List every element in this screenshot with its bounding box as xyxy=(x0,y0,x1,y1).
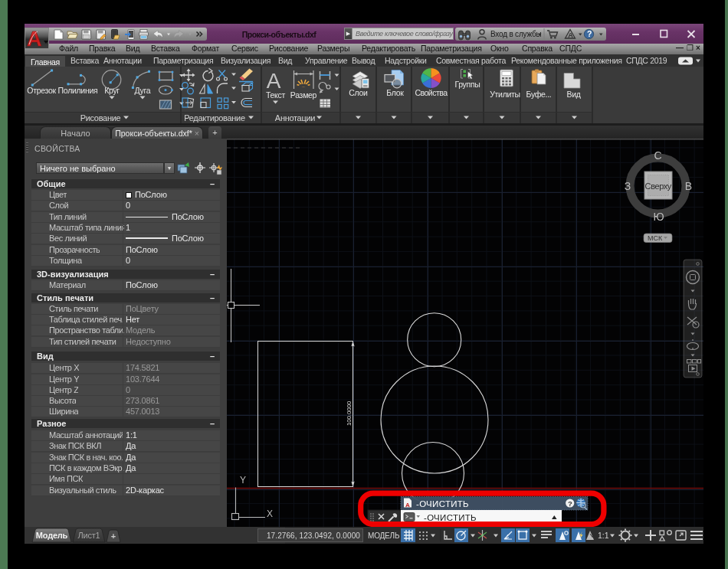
svg-text:С: С xyxy=(654,149,661,162)
svg-text:?: ? xyxy=(587,29,592,38)
svg-text:Дуга: Дуга xyxy=(135,86,151,95)
svg-text:Вид: Вид xyxy=(566,90,580,99)
svg-text:Круг: Круг xyxy=(104,86,120,95)
svg-text:Текст: Текст xyxy=(266,90,285,100)
svg-text:Группы: Группы xyxy=(454,80,480,89)
svg-text:Буфе...: Буфе... xyxy=(526,90,552,99)
svg-text:Слои: Слои xyxy=(349,88,368,97)
svg-text:Отрезок: Отрезок xyxy=(27,86,56,95)
svg-text:З: З xyxy=(625,180,631,192)
svg-text:A: A xyxy=(405,502,410,509)
svg-text:Аннотации: Аннотации xyxy=(275,113,315,123)
svg-text:Утилиты: Утилиты xyxy=(490,90,520,99)
svg-text:МСК: МСК xyxy=(648,234,663,242)
svg-text:+: + xyxy=(111,531,116,541)
svg-text:В: В xyxy=(685,180,692,192)
svg-text:X: X xyxy=(267,509,273,519)
svg-text:Рисование: Рисование xyxy=(80,113,121,123)
svg-text:Модель: Модель xyxy=(36,531,68,540)
svg-text:Размер: Размер xyxy=(290,90,317,100)
svg-text:Редактирование: Редактирование xyxy=(184,113,245,123)
svg-text:МОДЕЛЬ: МОДЕЛЬ xyxy=(368,531,400,540)
svg-text:A: A xyxy=(568,31,573,39)
svg-text:Y: Y xyxy=(240,475,246,486)
svg-text:Ю: Ю xyxy=(653,211,664,223)
svg-text:Свойства: Свойства xyxy=(415,88,448,97)
svg-text:?: ? xyxy=(568,499,572,508)
svg-text:17.2766, 123.0492, 0.0000: 17.2766, 123.0492, 0.0000 xyxy=(267,531,360,540)
svg-text:100.0000: 100.0000 xyxy=(346,401,353,426)
svg-text:1:1: 1:1 xyxy=(598,531,609,540)
svg-text:Вход в службы: Вход в службы xyxy=(490,30,542,38)
svg-text:Сверху: Сверху xyxy=(645,181,672,191)
svg-text:-ОЧИСТИТЬ: -ОЧИСТИТЬ xyxy=(416,499,469,509)
svg-text:A: A xyxy=(267,69,281,93)
svg-text:-ОЧИСТИТЬ: -ОЧИСТИТЬ xyxy=(424,513,477,522)
svg-text:Полилиния: Полилиния xyxy=(58,86,98,95)
svg-text:Блок: Блок xyxy=(386,88,404,97)
svg-text:A: A xyxy=(27,28,42,48)
svg-text:Лист1: Лист1 xyxy=(77,531,100,540)
